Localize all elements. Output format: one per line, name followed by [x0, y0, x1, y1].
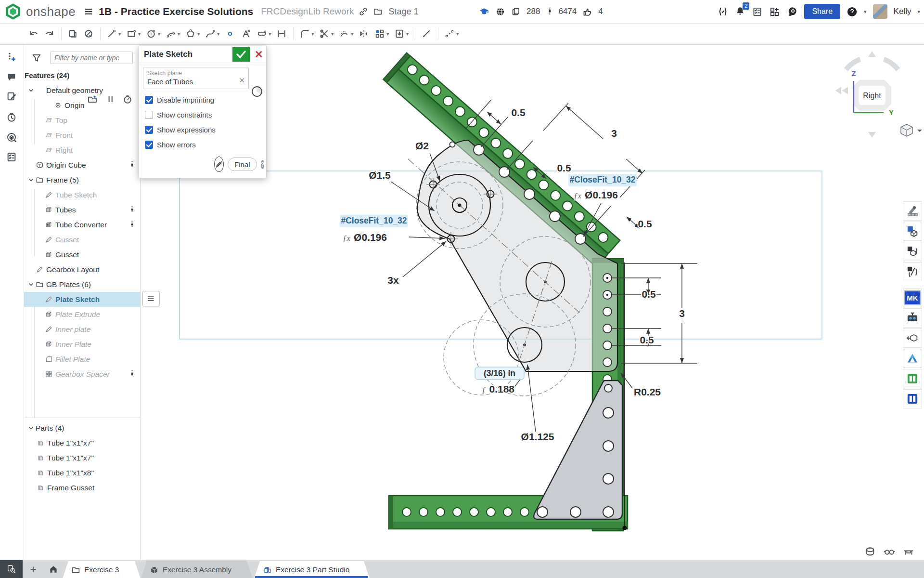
slot-tool-button[interactable]: ▾: [256, 26, 272, 42]
point-tool-button[interactable]: [224, 26, 236, 42]
tab-exercise-3-assembly[interactable]: Exercise 3 Assembly: [141, 561, 253, 578]
user-name[interactable]: Kelly: [894, 7, 911, 16]
workspace-name[interactable]: Stage 1: [388, 7, 418, 17]
text-tool-button[interactable]: [240, 26, 252, 42]
feature-top[interactable]: Top: [24, 113, 140, 128]
mk-badge-button[interactable]: MK: [903, 288, 922, 307]
fillet-tool-button[interactable]: ▾: [298, 26, 315, 42]
public-globe-icon[interactable]: [495, 7, 505, 17]
learning-center-icon[interactable]: [786, 6, 798, 17]
dimension-tool-button[interactable]: [275, 26, 288, 42]
part-tube-1-x1-x7-[interactable]: Tube 1"x1"x7": [24, 450, 140, 465]
feature-frame-5-[interactable]: Frame (5): [24, 172, 140, 187]
checkbox-checked-icon[interactable]: [145, 141, 153, 149]
kebab-menu-icon[interactable]: [128, 220, 136, 228]
view-cube[interactable]: Right Z Y: [831, 46, 922, 143]
add-tab-button[interactable]: [26, 562, 40, 577]
feature-gearbox-spacer[interactable]: Gearbox Spacer: [24, 367, 140, 381]
dropdown-caret-icon[interactable]: ▾: [406, 31, 409, 37]
checkbox-show-constraints[interactable]: Show constraints: [145, 111, 262, 119]
offset-tool-button[interactable]: ▾: [338, 26, 354, 42]
apps-grid-icon[interactable]: [769, 6, 780, 17]
home-tab-button[interactable]: [46, 562, 61, 577]
polygon-tool-button[interactable]: ▾: [184, 26, 201, 42]
use-tool-button[interactable]: [66, 26, 79, 42]
checkbox-show-expressions[interactable]: Show expressions: [145, 126, 262, 134]
construction-tool-button[interactable]: ▾: [443, 26, 460, 42]
line-tool-button[interactable]: ▾: [105, 26, 122, 42]
dropdown-caret-icon[interactable]: ▾: [386, 31, 389, 37]
feature-tube-sketch[interactable]: Tube Sketch: [24, 187, 140, 202]
dropdown-caret-icon[interactable]: ▾: [351, 31, 353, 37]
undo-tool-button[interactable]: [27, 26, 40, 42]
onshape-logo[interactable]: [5, 3, 21, 20]
share-button[interactable]: Share: [804, 4, 840, 19]
bench-tool-icon[interactable]: [902, 545, 915, 558]
grid-cube-convert-button[interactable]: [903, 242, 922, 261]
dialog-accept-button[interactable]: [232, 47, 250, 62]
featurescript-braces-icon[interactable]: [717, 6, 729, 17]
notifications-bell-icon[interactable]: 2: [735, 6, 745, 17]
sketch-orientation-icon[interactable]: [251, 86, 263, 99]
dropdown-caret-icon[interactable]: ▾: [197, 31, 200, 37]
intersect-tool-button[interactable]: [82, 26, 95, 42]
spline-tool-button[interactable]: ▾: [204, 26, 220, 42]
feature-front[interactable]: Front: [24, 128, 140, 143]
kebab-menu-icon[interactable]: [128, 205, 136, 213]
dropdown-caret-icon[interactable]: ▾: [217, 31, 219, 37]
feature-origin[interactable]: Origin: [24, 98, 140, 113]
tasks-icon[interactable]: [6, 151, 17, 163]
sketch-only-toggle-button[interactable]: [214, 157, 224, 172]
checkbox-checked-icon[interactable]: [145, 96, 153, 104]
parts-heading-row[interactable]: Parts (4): [24, 420, 140, 435]
filter-icon[interactable]: [31, 53, 42, 63]
comment-icon[interactable]: [6, 71, 17, 83]
dropdown-caret-icon[interactable]: ▾: [269, 31, 271, 37]
dropdown-caret-icon[interactable]: ▾: [118, 31, 121, 37]
feature-fillet-plate[interactable]: Fillet Plate: [24, 352, 140, 367]
expand-caret-icon[interactable]: [27, 87, 36, 94]
book-green-button[interactable]: [903, 369, 922, 388]
checkbox-disable-imprinting[interactable]: Disable imprinting: [145, 96, 262, 104]
kebab-menu-icon[interactable]: [128, 160, 136, 169]
expand-caret-icon[interactable]: [27, 424, 36, 432]
dialog-cancel-button[interactable]: ✕: [252, 47, 264, 62]
dropdown-caret-icon[interactable]: ▾: [331, 31, 334, 37]
checkbox-show-errors[interactable]: Show errors: [145, 141, 262, 149]
dropdown-caret-icon[interactable]: ▾: [456, 31, 459, 37]
measure-tool-button[interactable]: [420, 26, 433, 42]
grid-cube-button[interactable]: [903, 222, 922, 241]
frame-gusset[interactable]: [534, 381, 622, 519]
release-tasks-icon[interactable]: [752, 6, 763, 17]
tab-exercise-3[interactable]: Exercise 3: [63, 561, 141, 578]
glasses-tool-icon[interactable]: [883, 545, 896, 558]
appearance-spray-button[interactable]: [903, 201, 922, 221]
cube-export-button[interactable]: [903, 328, 922, 348]
redo-tool-button[interactable]: [43, 26, 56, 42]
part-tube-1-x1-x8-[interactable]: Tube 1"x1"x8": [24, 465, 140, 480]
user-caret-icon[interactable]: ▾: [917, 9, 920, 15]
sketch-plane-field[interactable]: Sketch plane Face of Tubes ✕: [143, 67, 249, 89]
copies-icon[interactable]: [511, 7, 521, 16]
feature-inner-plate[interactable]: Inner plate: [24, 322, 140, 337]
workspace-folder-icon[interactable]: [373, 7, 383, 16]
filter-input[interactable]: [50, 52, 133, 64]
help-icon[interactable]: [847, 6, 858, 17]
feature-gusset[interactable]: Gusset: [24, 247, 140, 262]
view-options-cube-icon[interactable]: [901, 124, 922, 136]
education-cap-icon[interactable]: [479, 6, 489, 17]
search-model-icon[interactable]: [6, 131, 17, 143]
dxf-tool-button[interactable]: ▾: [393, 26, 410, 42]
feature-plate-extrude[interactable]: Plate Extrude: [24, 307, 140, 322]
feature-tubes[interactable]: Tubes: [24, 202, 140, 217]
feature-plate-sketch[interactable]: Plate Sketch: [24, 292, 140, 307]
version-dots-icon[interactable]: [546, 7, 552, 16]
expand-caret-icon[interactable]: [27, 176, 36, 184]
feature-inner-plate[interactable]: Inner Plate: [24, 337, 140, 352]
checkbox-checked-icon[interactable]: [145, 126, 153, 134]
rect-tool-button[interactable]: ▾: [125, 26, 141, 42]
note-edit-icon[interactable]: [6, 91, 17, 102]
dialog-help-icon[interactable]: ?: [261, 160, 265, 169]
kebab-menu-icon[interactable]: [128, 369, 136, 378]
link-icon[interactable]: [359, 7, 368, 16]
